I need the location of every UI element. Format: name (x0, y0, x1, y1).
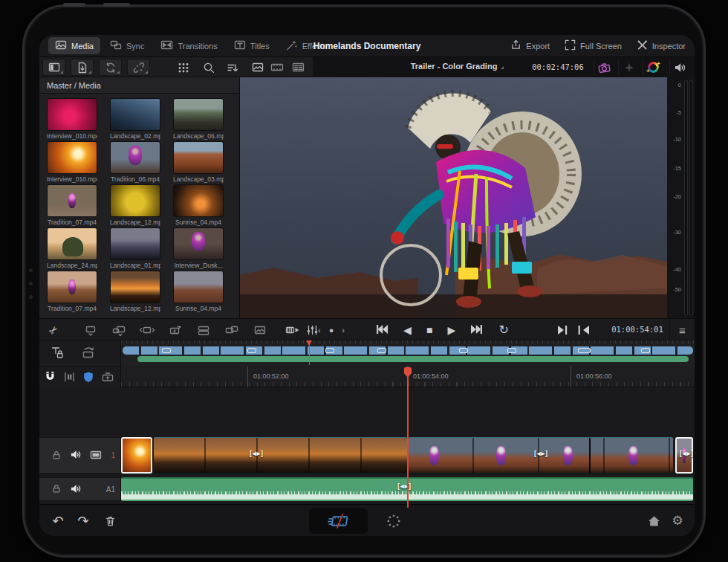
tab-effects[interactable]: Effects (279, 37, 334, 54)
trim-lock-tool-button[interactable] (51, 346, 64, 361)
timeline-selector[interactable]: Trailer - Color Grading (357, 62, 550, 71)
add-marker-button[interactable] (101, 371, 114, 384)
export-label: Export (526, 42, 550, 51)
tab-transitions[interactable]: Transitions (154, 37, 224, 54)
timeline-playhead[interactable] (407, 366, 409, 508)
redo-button[interactable]: ↷ (72, 505, 94, 536)
media-clip[interactable]: Landscape_24.mp4 (47, 227, 97, 269)
cut-page-button[interactable] (309, 508, 368, 534)
media-clip[interactable]: Landscape_12.mp4 (110, 271, 160, 312)
link-clips-toggle[interactable] (63, 371, 76, 384)
tab-titles[interactable]: Titles (227, 37, 276, 54)
stabilize-button[interactable] (618, 59, 639, 76)
timeline-minimap[interactable] (121, 340, 695, 366)
media-clip[interactable]: Interview_010.mp4 (47, 141, 97, 183)
viewer-canvas[interactable] (240, 77, 667, 318)
media-clip[interactable]: Interview_Dusk... (173, 227, 224, 269)
fullscreen-icon (565, 39, 576, 52)
media-clip[interactable]: Sunrise_04.mp4 (173, 184, 224, 226)
media-clip[interactable]: Tradition_07.mp4 (47, 271, 97, 312)
retime-indicator: [◂▸] (534, 450, 548, 457)
search-icon[interactable] (200, 59, 218, 76)
filmstrip-view-icon[interactable] (268, 59, 286, 76)
sort-icon[interactable] (224, 59, 241, 76)
viewer-timecode: 00:02:47:06 (531, 62, 585, 71)
top-toolbar: Media Sync Transitions Titles (39, 35, 695, 57)
snapping-toggle[interactable] (44, 370, 56, 384)
export-button[interactable]: Export (510, 39, 550, 52)
meter-channel-left (684, 80, 688, 315)
match-frame-back-button[interactable] (574, 319, 594, 341)
play-reverse-button[interactable]: ◀ (403, 325, 412, 335)
insert-to-timeline-button[interactable] (80, 346, 95, 361)
home-button[interactable] (643, 505, 665, 536)
jog-control[interactable]: ‹ ● › (307, 319, 359, 341)
retime-indicator: [◂▸] (397, 482, 412, 490)
timeline-clip-selected[interactable] (121, 437, 152, 474)
fullscreen-button[interactable]: Full Screen (565, 39, 622, 52)
minimap-playhead[interactable] (306, 340, 313, 366)
media-clip[interactable]: Tradition_07.mp4 (47, 184, 97, 226)
append-edit-button[interactable] (194, 319, 213, 341)
tab-effects-label: Effects (302, 42, 327, 51)
stop-button[interactable]: ■ (426, 325, 432, 335)
media-clip[interactable]: Landscape_03.mp4 (173, 141, 224, 183)
tab-sync-label: Sync (126, 42, 144, 51)
ripple-overwrite-button[interactable] (222, 319, 241, 341)
inspector-button[interactable]: Inspector (637, 39, 686, 52)
play-button[interactable]: ▶ (448, 325, 456, 335)
grid-view-icon[interactable] (175, 59, 192, 76)
timeline-view-options-button[interactable] (283, 319, 302, 341)
media-pool-breadcrumb[interactable]: Master / Media (39, 77, 239, 94)
track-mute-icon[interactable] (70, 483, 82, 496)
minimap-video-overview[interactable] (123, 346, 693, 355)
color-page-button[interactable] (383, 505, 405, 536)
previous-clip-button[interactable] (375, 324, 389, 336)
panel-toggle-button[interactable] (42, 59, 65, 76)
media-clip[interactable]: Sunrise_04.mp4 (173, 271, 224, 312)
lock-icon[interactable] (51, 450, 62, 462)
timeline-menu-button[interactable]: ≡ (669, 319, 695, 341)
cut-tool-button[interactable]: ✂ (44, 319, 63, 341)
audio-monitor-button[interactable] (669, 59, 690, 76)
timeline-clip-sunrise[interactable] (154, 437, 407, 474)
ruler-timecode: 01:00:54:00 (413, 372, 449, 380)
media-clip[interactable]: Landscape_06.mp4 (173, 98, 224, 140)
media-clip[interactable]: Landscape_12.mp4 (110, 184, 160, 226)
relink-button[interactable] (127, 59, 150, 76)
position-lock-toggle[interactable] (82, 371, 94, 384)
list-view-icon[interactable] (289, 59, 307, 76)
fit-to-fill-button[interactable] (137, 319, 157, 341)
thumbnail-view-icon[interactable] (249, 59, 267, 76)
tab-media[interactable]: Media (48, 37, 100, 54)
settings-gear-button[interactable]: ⚙ (666, 505, 689, 536)
undo-button[interactable]: ↶ (47, 505, 69, 536)
resync-button[interactable] (99, 59, 122, 76)
match-frame-forward-button[interactable] (553, 319, 573, 341)
media-clip[interactable]: Tradition_06.mp4 (110, 141, 160, 183)
source-overwrite-button[interactable] (250, 319, 270, 341)
overwrite-edit-button[interactable] (81, 319, 100, 341)
loop-button[interactable]: ↻ (499, 324, 509, 336)
camera-button[interactable] (594, 59, 614, 76)
place-on-top-button[interactable] (166, 319, 185, 341)
media-clip[interactable]: Interview_010.mp4 (47, 98, 97, 140)
retime-indicator: [◂▸] (680, 450, 694, 457)
delete-button[interactable] (99, 505, 121, 536)
inspector-icon (637, 39, 648, 52)
side-sensor-dot (29, 282, 33, 285)
track-mute-icon[interactable] (70, 449, 82, 462)
track-enable-icon[interactable] (90, 450, 102, 462)
media-clip[interactable]: Landscape_02.mp4 (110, 98, 160, 140)
minimap-audio-overview[interactable] (137, 356, 689, 362)
next-clip-button[interactable] (470, 324, 484, 336)
import-media-button[interactable] (71, 59, 94, 76)
sparkle-icon: + (657, 60, 660, 67)
insert-edit-button[interactable] (109, 319, 129, 341)
timeline-tracks: 1 A1 [◂▸] [◂▸] [◂ (39, 387, 695, 504)
top-button-1 (63, 3, 85, 7)
media-clip[interactable]: Landscape_01.mp4 (110, 227, 160, 269)
color-boost-button[interactable]: + + (643, 59, 663, 76)
tab-sync[interactable]: Sync (103, 37, 151, 54)
lock-icon[interactable] (51, 483, 62, 495)
